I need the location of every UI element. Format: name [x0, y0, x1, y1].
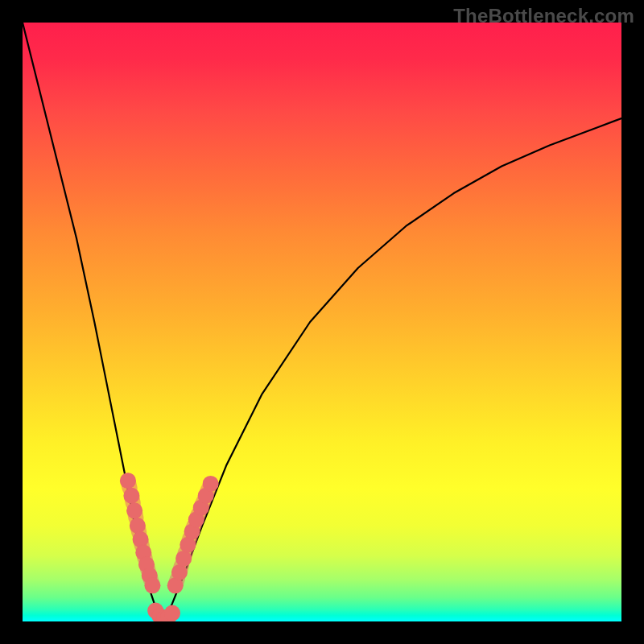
watermark-text: TheBottleneck.com: [453, 5, 634, 27]
chart-frame: TheBottleneck.com: [0, 0, 644, 644]
marker-capsule: [138, 526, 139, 533]
marker-capsule: [128, 481, 130, 488]
plot-area: [23, 23, 621, 621]
marker-dot: [164, 605, 180, 621]
marker-capsule: [131, 496, 133, 503]
curve-overlay: [23, 23, 621, 621]
marker-dot: [203, 476, 219, 492]
marker-capsule: [180, 565, 182, 572]
marker-capsule: [134, 510, 136, 518]
marker-dot: [144, 577, 160, 593]
marker-capsule: [184, 551, 186, 559]
curve-right-branch: [163, 118, 621, 621]
